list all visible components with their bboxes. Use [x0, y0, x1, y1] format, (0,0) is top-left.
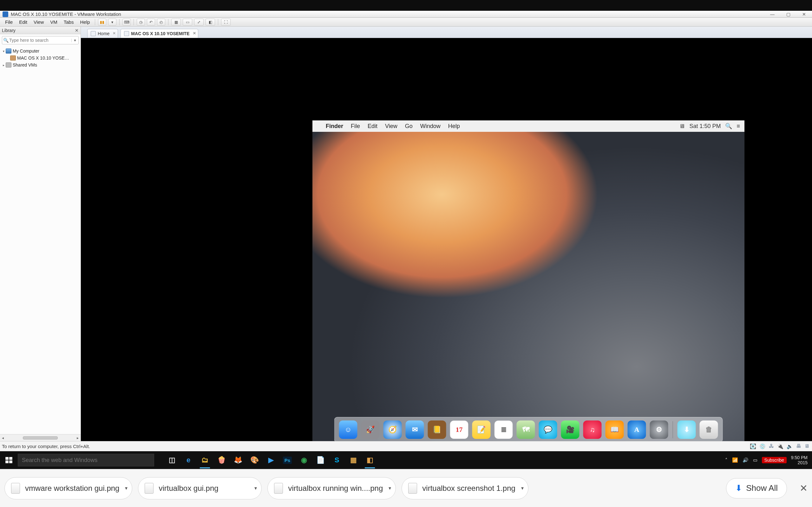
- dock-preferences-icon[interactable]: ⚙: [650, 420, 668, 439]
- guest-macos-screen[interactable]: Finder File Edit View Go Window Help 🖥 S…: [312, 120, 745, 445]
- tray-chevron-icon[interactable]: ˄: [725, 457, 728, 463]
- mac-menu-finder[interactable]: Finder: [322, 123, 347, 130]
- youtube-subscribe-overlay[interactable]: Subscribe: [762, 457, 786, 463]
- tab-yosemite[interactable]: MAC OS X 10.10 YOSEMITE ✕: [120, 29, 198, 38]
- download-item[interactable]: virtualbox running win....png ▾: [267, 477, 396, 499]
- tree-my-computer[interactable]: ▾ My Computer: [1, 48, 79, 55]
- mac-display-icon[interactable]: 🖥: [679, 123, 685, 130]
- window-maximize-button[interactable]: ▢: [780, 11, 796, 18]
- fullscreen-button[interactable]: ⛶: [221, 19, 231, 26]
- dock-ibooks-icon[interactable]: 📖: [606, 420, 624, 439]
- close-download-shelf-button[interactable]: ✕: [800, 483, 808, 494]
- tree-vm-yosemite[interactable]: MAC OS X 10.10 YOSE…: [1, 55, 79, 61]
- dock-notes-icon[interactable]: 📝: [472, 420, 491, 439]
- vm-pause-button[interactable]: ▮▮: [98, 19, 106, 26]
- taskbar-chrome-icon[interactable]: ◉: [296, 451, 312, 469]
- dock-downloads-icon[interactable]: ⬇: [677, 420, 696, 439]
- download-menu-button[interactable]: ▾: [254, 485, 257, 491]
- mac-desktop-wallpaper[interactable]: ☺🚀🧭✉📒17📝≣🗺💬🎥♫📖A⚙⬇🗑: [312, 132, 745, 445]
- download-menu-button[interactable]: ▾: [521, 485, 524, 491]
- window-minimize-button[interactable]: —: [764, 11, 780, 18]
- taskbar-photoshop-icon[interactable]: Ps: [279, 451, 296, 469]
- taskbar-media-player-icon[interactable]: ▶: [263, 451, 279, 469]
- notification-center-icon[interactable]: ≡: [737, 123, 740, 130]
- taskbar-file-explorer-icon[interactable]: 🗂: [197, 451, 213, 469]
- device-sound-icon[interactable]: 🔈: [786, 443, 793, 449]
- snapshot-revert-button[interactable]: ↶: [147, 19, 155, 26]
- mac-menu-file[interactable]: File: [347, 123, 364, 130]
- device-net-icon[interactable]: 🖧: [769, 443, 774, 449]
- taskbar-vmware-icon[interactable]: ▦: [345, 451, 362, 469]
- library-search-dropdown-button[interactable]: ▼: [71, 39, 78, 42]
- scroll-right-button[interactable]: ▸: [77, 436, 79, 440]
- dock-finder-icon[interactable]: ☺: [339, 420, 357, 439]
- device-display-icon[interactable]: 🖥: [804, 443, 809, 449]
- view-console-button[interactable]: ▦: [171, 19, 181, 26]
- dock-itunes-icon[interactable]: ♫: [583, 420, 602, 439]
- start-button[interactable]: [0, 451, 18, 469]
- library-search[interactable]: 🔍 ▼: [2, 36, 79, 44]
- dock-calendar-icon[interactable]: 17: [450, 420, 468, 439]
- tab-home[interactable]: Home ✕: [87, 29, 118, 38]
- download-item[interactable]: vmware workstation gui.png ▾: [4, 477, 132, 499]
- mac-menu-help[interactable]: Help: [444, 123, 464, 130]
- view-unity-button[interactable]: ◧: [206, 19, 215, 26]
- taskbar-firefox-icon[interactable]: 🦊: [230, 451, 246, 469]
- taskbar-task-view-icon[interactable]: ◫: [164, 451, 180, 469]
- send-ctrlaltdel-button[interactable]: ⌨: [122, 19, 131, 26]
- dock-launchpad-icon[interactable]: 🚀: [361, 420, 380, 439]
- tab-close-button[interactable]: ✕: [193, 31, 196, 36]
- tray-sound-icon[interactable]: 🔊: [743, 457, 749, 463]
- mac-menu-go[interactable]: Go: [401, 123, 416, 130]
- taskbar-notepad-icon[interactable]: 📄: [312, 451, 328, 469]
- mac-clock[interactable]: Sat 1:50 PM: [689, 123, 721, 130]
- vmware-titlebar[interactable]: MAC OS X 10.10 YOSEMITE - VMware Worksta…: [0, 11, 812, 18]
- dock-maps-icon[interactable]: 🗺: [517, 420, 535, 439]
- menu-view[interactable]: View: [31, 18, 47, 26]
- download-item[interactable]: virtualbox screenshot 1.png ▾: [402, 477, 528, 499]
- show-all-downloads-button[interactable]: ⬇ Show All: [726, 478, 787, 498]
- taskbar-popcorn-icon[interactable]: 🍿: [213, 451, 230, 469]
- mac-menu-edit[interactable]: Edit: [364, 123, 381, 130]
- scroll-left-button[interactable]: ◂: [2, 436, 4, 440]
- tree-shared-vms[interactable]: ▸ Shared VMs: [1, 61, 79, 68]
- library-scrollbar[interactable]: ◂ ▸: [0, 434, 81, 441]
- device-usb-icon[interactable]: 🔌: [777, 443, 783, 449]
- device-printer-icon[interactable]: 🖶: [796, 443, 801, 449]
- menu-file[interactable]: File: [2, 18, 16, 26]
- library-search-input[interactable]: [9, 38, 71, 43]
- menu-vm[interactable]: VM: [47, 18, 61, 26]
- taskbar-app-icon[interactable]: ◧: [362, 451, 378, 469]
- view-stretch-button[interactable]: ⤢: [194, 19, 204, 26]
- dock-contacts-icon[interactable]: 📒: [428, 420, 446, 439]
- scroll-thumb[interactable]: [23, 436, 58, 440]
- dock-facetime-icon[interactable]: 🎥: [561, 420, 579, 439]
- view-thumbnail-button[interactable]: ▭: [183, 19, 192, 26]
- taskbar-edge-icon[interactable]: e: [180, 451, 197, 469]
- download-menu-button[interactable]: ▾: [125, 485, 128, 491]
- library-close-button[interactable]: ✕: [75, 28, 79, 33]
- vm-power-menu-button[interactable]: ▾: [108, 19, 116, 26]
- snapshot-take-button[interactable]: ◷: [137, 19, 145, 26]
- taskbar-search-input[interactable]: [22, 457, 150, 464]
- tab-close-button[interactable]: ✕: [113, 31, 116, 36]
- menu-tabs[interactable]: Tabs: [61, 18, 77, 26]
- dock-safari-icon[interactable]: 🧭: [384, 420, 402, 439]
- disclosure-icon[interactable]: ▸: [1, 63, 6, 67]
- dock-messages-icon[interactable]: 💬: [539, 420, 557, 439]
- mac-menu-view[interactable]: View: [381, 123, 401, 130]
- window-close-button[interactable]: ✕: [796, 11, 812, 18]
- device-cd-icon[interactable]: 💿: [759, 443, 766, 449]
- device-hdd-icon[interactable]: 💽: [750, 443, 756, 449]
- mac-menu-window[interactable]: Window: [416, 123, 444, 130]
- taskbar-skype-icon[interactable]: S: [328, 451, 345, 469]
- download-item[interactable]: virtualbox gui.png ▾: [138, 477, 262, 499]
- menu-edit[interactable]: Edit: [16, 18, 31, 26]
- dock-reminders-icon[interactable]: ≣: [495, 420, 513, 439]
- disclosure-icon[interactable]: ▾: [1, 49, 6, 53]
- snapshot-manager-button[interactable]: ◴: [157, 19, 165, 26]
- tray-wifi-icon[interactable]: 📶: [732, 457, 738, 463]
- download-menu-button[interactable]: ▾: [389, 485, 391, 491]
- tray-notification-icon[interactable]: ▭: [753, 457, 757, 463]
- tray-clock[interactable]: 9:50 PM 2015: [791, 455, 808, 465]
